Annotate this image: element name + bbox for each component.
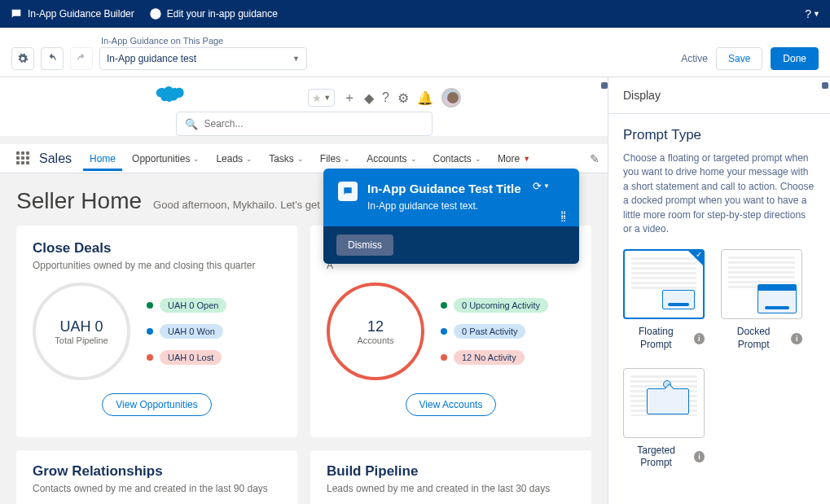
info-icon xyxy=(149,7,162,20)
gauge-value: 12 xyxy=(367,318,384,335)
card-title: Grow Relationships xyxy=(33,463,281,480)
floating-prompt-option[interactable]: Floating Prompti xyxy=(623,249,705,351)
pipeline-gauge: UAH 0 Total Pipeline xyxy=(33,283,130,380)
avatar[interactable] xyxy=(441,88,461,107)
info-icon[interactable]: i xyxy=(791,333,802,344)
help-icon: ? xyxy=(805,7,811,20)
search-input[interactable] xyxy=(204,118,424,129)
trailhead-icon[interactable]: ◆ xyxy=(364,90,374,106)
done-button[interactable]: Done xyxy=(771,47,819,70)
nav-files[interactable]: Files⌄ xyxy=(314,147,357,171)
nav-home[interactable]: Home xyxy=(83,147,122,171)
build-card: Build Pipeline Leads owned by me and cre… xyxy=(310,450,591,504)
chat-icon xyxy=(10,7,23,20)
dropdown-label: In-App Guidance on This Page xyxy=(101,36,307,46)
floating-prompt[interactable]: In-App Guidance Test Title In-App guidan… xyxy=(323,169,579,264)
favorites-button[interactable]: ★▼ xyxy=(308,89,335,107)
open-pill: UAH 0 Open xyxy=(160,298,226,313)
noactivity-pill: 12 No Activity xyxy=(454,350,525,365)
gauge-label: Total Pipeline xyxy=(55,335,108,345)
card-subtitle: Opportunities owned by me and closing th… xyxy=(33,260,281,271)
nav-tasks[interactable]: Tasks⌄ xyxy=(262,147,310,171)
builder-title: In-App Guidance Builder xyxy=(10,7,134,20)
legend-dot xyxy=(441,302,447,309)
salesforce-logo xyxy=(155,82,187,107)
section-title: Prompt Type xyxy=(623,127,815,143)
chevron-down-icon: ⌄ xyxy=(475,155,481,163)
option-label: Targeted Prompt xyxy=(623,445,689,470)
option-label: Docked Prompt xyxy=(721,326,786,351)
docked-thumbnail xyxy=(721,249,802,319)
info-icon[interactable]: i xyxy=(694,333,705,344)
info-icon[interactable]: i xyxy=(694,451,705,462)
undo-button[interactable] xyxy=(41,47,64,70)
legend-dot xyxy=(147,354,153,361)
grow-card: Grow Relationships Contacts owned by me … xyxy=(16,450,297,504)
dropdown-value: In-App guidance test xyxy=(107,53,196,64)
redo-button[interactable] xyxy=(70,47,93,70)
selected-check-icon xyxy=(688,251,703,265)
edit-hint-text: Edit your in-app guidance xyxy=(167,8,278,20)
upcoming-pill: 0 Upcoming Activity xyxy=(454,298,548,313)
top-banner: In-App Guidance Builder Edit your in-app… xyxy=(0,0,830,28)
card-title: Build Pipeline xyxy=(327,463,575,480)
chevron-down-icon: ⌄ xyxy=(246,155,253,163)
lost-pill: UAH 0 Lost xyxy=(160,350,222,365)
chevron-down-icon: ⌄ xyxy=(344,155,350,163)
legend-dot xyxy=(147,328,153,335)
targeted-thumbnail xyxy=(623,368,705,438)
edit-nav-icon[interactable]: ✎ xyxy=(590,152,599,165)
chevron-down-icon: ⌄ xyxy=(411,155,417,163)
nav-more[interactable]: More▼ xyxy=(491,147,537,171)
active-label: Active xyxy=(681,53,708,64)
floating-thumbnail xyxy=(623,249,705,319)
card-title: Close Deals xyxy=(33,240,281,256)
docked-prompt-option[interactable]: Docked Prompti xyxy=(721,249,802,351)
guidance-dropdown[interactable]: In-App guidance test ▼ xyxy=(99,47,307,70)
settings-button[interactable] xyxy=(11,47,34,70)
question-icon[interactable]: ? xyxy=(382,90,389,105)
scroll-indicator[interactable] xyxy=(822,82,828,89)
card-subtitle: Leads owned by me and created in the las… xyxy=(327,483,575,494)
redo-icon xyxy=(76,53,87,64)
add-icon[interactable]: ＋ xyxy=(343,90,356,107)
svg-point-0 xyxy=(150,8,160,19)
view-opportunities-button[interactable]: View Opportunities xyxy=(102,393,212,416)
option-label: Floating Prompt xyxy=(623,326,689,351)
prompt-settings-icon[interactable]: ⟳▼ xyxy=(533,180,550,192)
legend-dot xyxy=(441,328,447,335)
nav-accounts[interactable]: Accounts⌄ xyxy=(360,147,423,171)
dismiss-button[interactable]: Dismiss xyxy=(336,234,393,256)
nav-contacts[interactable]: Contacts⌄ xyxy=(427,147,488,171)
help-menu[interactable]: ? ▼ xyxy=(805,7,820,20)
global-search[interactable]: 🔍 xyxy=(176,112,433,136)
page-title: Seller Home xyxy=(16,188,142,214)
targeted-prompt-option[interactable]: Targeted Prompti xyxy=(623,368,705,470)
save-button[interactable]: Save xyxy=(716,47,762,70)
nav-opportunities[interactable]: Opportunities⌄ xyxy=(125,147,206,171)
gauge-value: UAH 0 xyxy=(59,318,103,335)
close-deals-card: Close Deals Opportunities owned by me an… xyxy=(16,226,297,437)
properties-panel: Display Prompt Type Choose a floating or… xyxy=(608,77,830,504)
sf-global-header: ★▼ ＋ ◆ ? ⚙ 🔔 🔍 xyxy=(0,77,608,136)
app-launcher-icon[interactable] xyxy=(16,151,31,166)
panel-header: Display xyxy=(608,77,830,114)
builder-title-text: In-App Guidance Builder xyxy=(28,8,134,20)
won-pill: UAH 0 Won xyxy=(160,324,223,339)
gauge-label: Accounts xyxy=(357,335,393,345)
past-pill: 0 Past Activity xyxy=(454,324,525,339)
card-subtitle: Contacts owned by me and created in the … xyxy=(33,483,281,494)
setup-gear-icon[interactable]: ⚙ xyxy=(397,90,409,106)
chevron-down-icon: ▼ xyxy=(523,155,530,163)
undo-icon xyxy=(46,53,58,64)
nav-leads[interactable]: Leads⌄ xyxy=(209,147,259,171)
chevron-down-icon: ⌄ xyxy=(297,155,304,163)
prompt-title: In-App Guidance Test Title xyxy=(367,182,521,195)
view-accounts-button[interactable]: View Accounts xyxy=(406,393,497,416)
notifications-icon[interactable]: 🔔 xyxy=(417,90,433,106)
accounts-gauge: 12 Accounts xyxy=(327,283,424,380)
prompt-text: In-App guidance test text. xyxy=(367,200,521,212)
drag-handle-icon[interactable]: ⠿⠿ xyxy=(560,213,568,222)
chevron-down-icon: ▼ xyxy=(292,55,300,63)
preview-canvas: ★▼ ＋ ◆ ? ⚙ 🔔 🔍 Sales Home Opportunities⌄… xyxy=(0,77,608,504)
